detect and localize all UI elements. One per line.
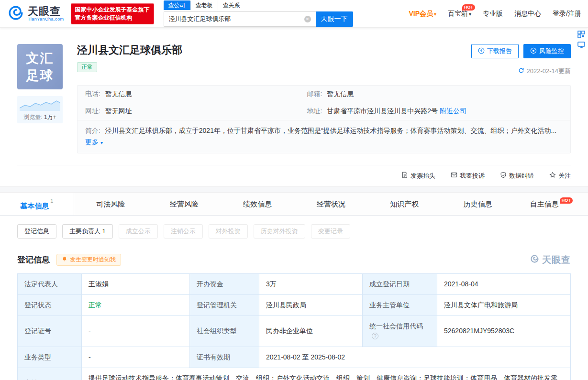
invoice-title-button[interactable]: 发票抬头 xyxy=(401,172,435,180)
complaint-button[interactable]: 我要投诉 xyxy=(451,172,485,180)
data-correction-label: 数据纠错 xyxy=(509,172,534,180)
cell-label: 登记证号 xyxy=(18,315,82,347)
nav-message-center[interactable]: 消息中心 xyxy=(514,10,541,18)
qr-code-icon[interactable] xyxy=(577,31,585,40)
tab-history-info[interactable]: 历史信息 xyxy=(441,193,515,215)
section-title: 登记信息 xyxy=(17,254,50,265)
tianyancha-logo-icon xyxy=(7,4,25,23)
notify-change-label: 发生变更时通知我 xyxy=(70,256,116,264)
cell-label: 登记管理机关 xyxy=(190,294,259,315)
views-sparkline: 浏览量: 1万+ xyxy=(17,96,63,123)
cell-label: 登记状态 xyxy=(18,294,82,315)
company-logo-line1: 文汇 xyxy=(26,50,54,67)
table-row: 登记状态 正常 登记管理机关 泾川县民政局 业务主管单位 泾川县文体广电和旅游局 xyxy=(18,294,571,315)
chevron-down-icon: ▾ xyxy=(434,11,436,17)
phone-value: 暂无信息 xyxy=(105,90,132,98)
follow-button[interactable]: 关注 xyxy=(549,172,571,180)
nav-vip-label: VIP会员 xyxy=(409,10,433,17)
complaint-label: 我要投诉 xyxy=(460,172,485,180)
search-tabs: 查公司 查老板 查关系 xyxy=(164,0,353,10)
subtab-registration-info[interactable]: 登记信息 xyxy=(17,224,56,239)
nav-toolbox[interactable]: HOT百宝箱▾ xyxy=(448,10,471,18)
company-card: 文汇 足球 浏览量: 1万+ 泾川县文汇足球俱乐部 正常 xyxy=(0,28,588,186)
tianyancha-watermark-icon xyxy=(530,254,540,266)
main-tab-bar: 基本信息1 司法风险 经营风险 绩效信息 经营状况 知识产权 历史信息 自主信息… xyxy=(0,193,588,216)
action-bar: 发票抬头 我要投诉 数据纠错 关注 xyxy=(17,165,571,186)
search-button[interactable]: 天眼一下 xyxy=(316,11,353,27)
tab-judicial-risk[interactable]: 司法风险 xyxy=(74,193,148,215)
follow-label: 关注 xyxy=(558,172,571,180)
company-name: 泾川县文汇足球俱乐部 xyxy=(77,44,182,56)
invoice-title-label: 发票抬头 xyxy=(410,172,435,180)
tab-label: 经营风险 xyxy=(170,200,199,208)
refresh-icon[interactable] xyxy=(518,67,524,75)
top-header: 天眼查 TianYanCha.com 国家中小企业发展子基金旗下 官方备案企业征… xyxy=(0,0,588,28)
monitor-icon[interactable] xyxy=(577,41,585,50)
tab-label: 基本信息 xyxy=(20,202,49,210)
table-row: 法定代表人 王淑娟 开办资金 3万 成立登记日期 2021-08-04 xyxy=(18,273,571,294)
nav-professional[interactable]: 专业版 xyxy=(483,10,503,18)
cell-label: 业务类型 xyxy=(18,347,82,368)
search-area: 查公司 查老板 查关系 ✕ 天眼一下 xyxy=(164,0,353,27)
cell-value: 提供足球运动技术指导服务；体育赛事活动策划、交流、组织；户外文化活动交流、组织、… xyxy=(82,368,571,380)
nav-vip[interactable]: VIP会员▾ xyxy=(409,10,436,18)
clear-search-icon[interactable]: ✕ xyxy=(304,16,311,22)
subtab-bar: 登记信息 主要负责人 1 成立公示 注销公示 对外投资 历史对外投资 变更记录 xyxy=(0,216,588,241)
more-label: 更多 xyxy=(85,138,99,146)
cell-label: 成立登记日期 xyxy=(363,273,437,294)
data-correction-button[interactable]: 数据纠错 xyxy=(500,172,534,180)
tab-count: 1 xyxy=(50,198,53,204)
cell-value: 52620821MJY952803C xyxy=(437,315,571,347)
tab-business-risk[interactable]: 经营风险 xyxy=(147,193,221,215)
cell-value: 王淑娟 xyxy=(82,273,190,294)
nearby-companies-link[interactable]: 附近公司 xyxy=(440,107,466,115)
tab-basic-info[interactable]: 基本信息1 xyxy=(0,193,74,215)
more-link[interactable]: 更多 ▾ xyxy=(85,138,103,146)
tab-label: 绩效信息 xyxy=(243,200,272,208)
registration-status-value: 正常 xyxy=(82,294,190,315)
shield-check-icon xyxy=(500,172,507,180)
email-value: 暂无信息 xyxy=(327,90,354,98)
intro-label: 简介: xyxy=(85,127,100,134)
risk-monitor-button[interactable]: 风险监控 xyxy=(523,44,571,58)
nav-toolbox-label: 百宝箱 xyxy=(448,10,468,17)
star-icon xyxy=(549,172,556,180)
cell-value: - xyxy=(82,315,190,347)
top-nav: VIP会员▾ HOT百宝箱▾ 专业版 消息中心 登录/注册 xyxy=(409,10,581,18)
tab-intellectual-property[interactable]: 知识产权 xyxy=(368,193,442,215)
cell-label: 业务主管单位 xyxy=(363,294,437,315)
table-row: 业务类型 - 证书有效期 2021-08-02 至 2025-08-02 xyxy=(18,347,571,368)
download-report-button[interactable]: 下载报告 xyxy=(471,44,519,58)
floating-widget[interactable] xyxy=(577,31,585,50)
tianyancha-logo[interactable]: 天眼查 TianYanCha.com xyxy=(7,4,64,23)
hot-badge: HOT xyxy=(560,197,573,204)
notify-change-button[interactable]: 发生变更时通知我 xyxy=(56,254,121,266)
tab-performance-info[interactable]: 绩效信息 xyxy=(221,193,295,215)
tab-business-status[interactable]: 经营状况 xyxy=(294,193,368,215)
cell-value: 泾川县民政局 xyxy=(259,294,363,315)
tab-self-info[interactable]: 自主信息HOT xyxy=(515,193,588,215)
cell-label: 法定代表人 xyxy=(18,273,82,294)
search-tab-company[interactable]: 查公司 xyxy=(164,0,190,10)
nav-login-register[interactable]: 登录/注册 xyxy=(553,10,581,18)
cell-value: 泾川县文体广电和旅游局 xyxy=(437,294,571,315)
search-tab-boss[interactable]: 查老板 xyxy=(190,0,218,10)
search-input[interactable] xyxy=(164,11,316,27)
logo-text: 天眼查 TianYanCha.com xyxy=(28,6,64,22)
cell-label: 统一社会信用代码 xyxy=(369,322,423,330)
company-logo-line2: 足球 xyxy=(26,67,54,84)
cell-value: 2021-08-04 xyxy=(437,273,571,294)
cell-label: 社会组织类型 xyxy=(190,315,259,347)
tab-label: 司法风险 xyxy=(96,200,125,208)
website-value: 暂无网址 xyxy=(105,107,132,115)
update-time-text: 2022-02-14更新 xyxy=(527,67,571,76)
hot-badge: HOT xyxy=(462,4,475,11)
update-time: 2022-02-14更新 xyxy=(471,67,571,76)
tab-label: 自主信息 xyxy=(530,200,559,208)
badge-line2: 官方备案企业征信机构 xyxy=(75,14,150,22)
help-icon[interactable]: ? xyxy=(372,333,378,339)
website-label: 网址: xyxy=(85,107,100,115)
search-tab-relation[interactable]: 查关系 xyxy=(218,0,245,10)
subtab-principal[interactable]: 主要负责人 1 xyxy=(62,224,113,239)
tianyancha-watermark-text: 天眼查 xyxy=(542,254,571,266)
